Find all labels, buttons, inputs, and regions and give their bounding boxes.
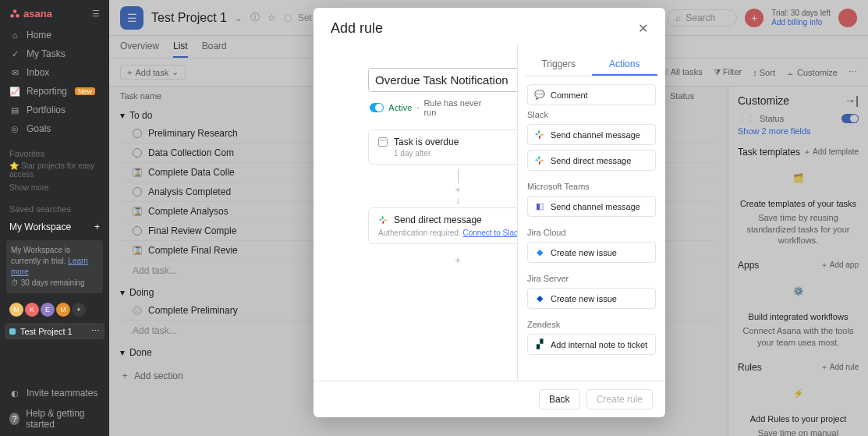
left-sidebar: asana ☰ ⌂Home✓My Tasks✉Inbox📈ReportingNe…	[0, 0, 109, 436]
actions-panel: Triggers Actions 💬 Comment SlackSend cha…	[517, 44, 665, 381]
sidebar-item-home[interactable]: ⌂Home	[0, 26, 109, 44]
sidebar-project-item[interactable]: Test Project 1 ⋯	[5, 323, 105, 339]
rule-builder: Active · Rule has never run Task is over…	[314, 44, 517, 381]
svg-point-2	[16, 14, 19, 18]
workspace-name: My Workspace	[9, 222, 71, 232]
action-comment[interactable]: 💬 Comment	[527, 84, 656, 105]
svg-rect-4	[382, 216, 384, 219]
svg-rect-9	[540, 134, 544, 136]
svg-rect-8	[538, 130, 540, 133]
avatar[interactable]: M	[9, 303, 23, 317]
sidebar-item-portfolios[interactable]: ▤Portfolios	[0, 101, 109, 119]
add-action-icon[interactable]: ＋	[453, 253, 462, 267]
close-icon[interactable]: ✕	[638, 21, 648, 36]
action-card[interactable]: Send direct message Authentication requi…	[368, 207, 517, 244]
portfolio-icon: ▤	[9, 105, 20, 115]
svg-point-1	[10, 14, 14, 18]
check-icon: ✓	[9, 48, 20, 59]
rule-name-input[interactable]	[368, 68, 517, 92]
svg-point-0	[13, 9, 17, 13]
trigger-card[interactable]: Task is overdue 1 day after	[368, 129, 517, 165]
zen-icon: ▞	[534, 339, 544, 349]
calendar-icon	[378, 137, 388, 147]
svg-rect-11	[535, 159, 538, 161]
svg-rect-6	[382, 221, 384, 224]
sidebar-item-goals[interactable]: ◎Goals	[0, 119, 109, 138]
invite-teammates[interactable]: ◐ Invite teammates	[9, 388, 100, 399]
slack-icon	[378, 215, 388, 225]
action-create-new-issue[interactable]: ◆Create new issue	[527, 242, 656, 263]
avatar[interactable]: M	[56, 303, 70, 317]
help-icon: ?	[9, 413, 19, 425]
triggers-tab[interactable]: Triggers	[526, 54, 592, 76]
svg-rect-5	[384, 219, 387, 221]
teams-icon: ◧	[534, 201, 544, 211]
svg-rect-12	[538, 156, 540, 159]
create-rule-button[interactable]: Create rule	[586, 389, 653, 409]
new-badge: New	[75, 87, 95, 95]
svg-rect-3	[379, 219, 382, 221]
comment-icon: 💬	[534, 90, 544, 100]
slack-icon	[534, 155, 544, 165]
main-area: ☰ Test Project 1 ⌄ ⓘ ☆ ◌ Set status Shar…	[109, 0, 868, 436]
home-icon: ⌂	[9, 30, 20, 41]
action-send-direct-message[interactable]: Send direct message	[527, 150, 656, 171]
svg-rect-7	[535, 133, 538, 135]
action-group-label: Jira Cloud	[527, 228, 656, 237]
goal-icon: ◎	[9, 123, 20, 134]
actions-tab[interactable]: Actions	[592, 54, 658, 76]
plus-icon[interactable]: +	[94, 222, 100, 232]
sidebar-item-reporting[interactable]: 📈ReportingNew	[0, 82, 109, 101]
show-more-link[interactable]: Show more	[0, 183, 109, 197]
project-name: Test Project 1	[20, 327, 73, 336]
connect-slack-link[interactable]: Connect to Slack	[462, 229, 517, 237]
action-group-label: Slack	[527, 110, 656, 119]
action-add-internal-note-to-ticket[interactable]: ▞Add internal note to ticket	[527, 334, 656, 355]
avatar[interactable]: +	[72, 303, 86, 317]
svg-rect-10	[539, 136, 540, 139]
sidebar-item-my-tasks[interactable]: ✓My Tasks	[0, 44, 109, 63]
action-create-new-issue[interactable]: ◆Create new issue	[527, 288, 656, 309]
action-send-channel-message[interactable]: Send channel message	[527, 124, 656, 145]
action-group-label: Microsoft Teams	[527, 182, 656, 191]
favorites-tip: ⭐ Star projects for easy access	[0, 161, 109, 183]
action-send-channel-message[interactable]: ◧Send channel message	[527, 196, 656, 217]
svg-rect-13	[540, 160, 544, 161]
avatar[interactable]: K	[25, 303, 39, 317]
brand-name: asana	[23, 8, 52, 19]
sidebar-item-inbox[interactable]: ✉Inbox	[0, 63, 109, 82]
slack-icon	[534, 129, 544, 140]
action-group-label: Jira Server	[527, 274, 656, 283]
favorites-header: Favorites	[0, 141, 109, 161]
workspace-row[interactable]: My Workspace +	[0, 217, 109, 237]
saved-searches-header: Saved searches	[0, 197, 109, 217]
jira-icon: ◆	[534, 247, 544, 257]
project-dot-icon	[9, 328, 16, 335]
jira2-icon: ◆	[534, 293, 544, 303]
back-button[interactable]: Back	[539, 389, 580, 409]
invite-icon: ◐	[9, 388, 20, 399]
avatar[interactable]: E	[41, 303, 55, 317]
report-icon: 📈	[9, 86, 20, 97]
rule-active-toggle[interactable]	[370, 103, 384, 112]
trial-box: My Workspace is currently in trial. Lear…	[6, 240, 103, 293]
active-label: Active	[388, 103, 412, 112]
help-link[interactable]: ? Help & getting started	[9, 408, 100, 430]
rule-status-text: Rule has never run	[423, 98, 484, 117]
project-menu-icon[interactable]: ⋯	[91, 326, 100, 336]
brand-logo[interactable]: asana	[9, 8, 52, 19]
add-rule-modal: Add rule ✕ Active · Rule has never run T…	[314, 8, 665, 417]
modal-title: Add rule	[331, 20, 383, 37]
svg-rect-14	[539, 161, 540, 165]
workspace-avatars: MKEM+	[0, 296, 109, 323]
collapse-sidebar-icon[interactable]: ☰	[90, 9, 101, 19]
action-group-label: Zendesk	[527, 320, 656, 329]
inbox-icon: ✉	[9, 67, 20, 78]
